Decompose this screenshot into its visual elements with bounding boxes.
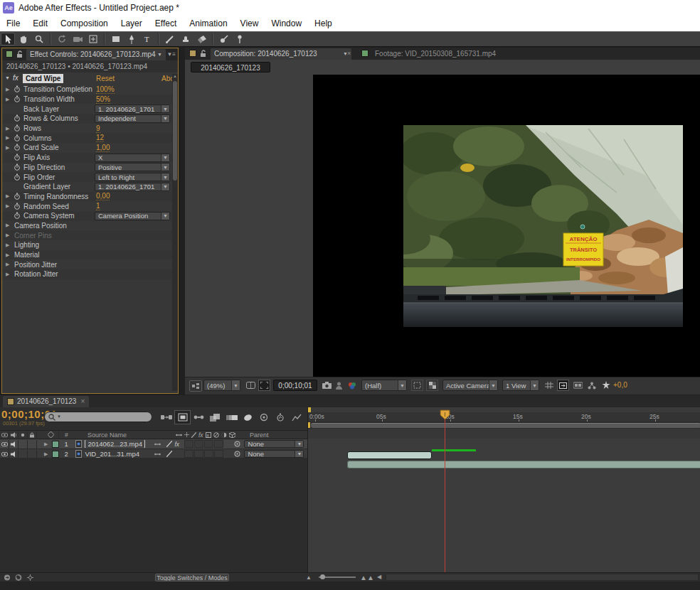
- motion-blur-switch[interactable]: [194, 450, 203, 458]
- auto-keyframe-icon[interactable]: [256, 410, 272, 424]
- frame-blend-switch[interactable]: [184, 440, 193, 448]
- composition-viewport[interactable]: ATENÇÃO TRÂNSITO INTERROMPIDO: [313, 75, 700, 377]
- 3d-switch[interactable]: [214, 440, 223, 448]
- effect-property-12[interactable]: ▶Random Seed1: [2, 201, 173, 211]
- comp-mini-flowchart-icon[interactable]: [158, 410, 174, 424]
- stopwatch-icon[interactable]: [14, 85, 21, 93]
- source-name-column-header[interactable]: Source Name: [88, 431, 173, 439]
- roi-toggle-icon[interactable]: [411, 380, 423, 391]
- property-dropdown[interactable]: X▼: [95, 154, 170, 162]
- chevron-down-icon[interactable]: ▼: [231, 380, 240, 390]
- layer-name[interactable]: 2014062...23.mp4: [85, 440, 145, 448]
- rotation-tool[interactable]: [55, 33, 69, 45]
- expander-icon[interactable]: ▶: [6, 203, 12, 209]
- stopwatch-icon[interactable]: [14, 144, 21, 151]
- effect-property-4[interactable]: ▶Rows9: [2, 124, 173, 134]
- stopwatch-icon[interactable]: [14, 193, 21, 200]
- work-area-bar[interactable]: [311, 423, 700, 428]
- property-dropdown[interactable]: Left to Right▼: [95, 173, 170, 181]
- effect-group-16[interactable]: ▶ Lighting: [2, 240, 173, 250]
- unlock-icon[interactable]: [199, 49, 208, 58]
- resolution-dropdown[interactable]: (Half)▼: [361, 380, 407, 391]
- chevron-down-icon[interactable]: ▼: [161, 213, 169, 220]
- rectangle-tool[interactable]: [109, 33, 123, 45]
- expander-icon[interactable]: ▶: [6, 272, 12, 277]
- menu-help[interactable]: Help: [308, 16, 339, 31]
- frame-blend-switch[interactable]: [184, 450, 193, 458]
- tab-footage[interactable]: Footage: VID_20150308_165731.mp4: [371, 48, 521, 60]
- chevron-down-icon[interactable]: ▼: [295, 441, 303, 447]
- effect-group-18[interactable]: ▶ Position Jitter: [2, 259, 173, 269]
- expander-icon[interactable]: ▶: [6, 252, 12, 258]
- tab-composition[interactable]: Composition: 20140626_170123 ▼: [211, 48, 351, 60]
- expander-icon[interactable]: ▶: [6, 87, 12, 92]
- effect-property-10[interactable]: Gradient Layer1. 20140626_1701▼: [2, 182, 173, 192]
- adjustment-switch[interactable]: [204, 450, 213, 458]
- motion-blur-switch[interactable]: [194, 440, 203, 448]
- solo-switch[interactable]: [18, 440, 28, 449]
- eye-icon[interactable]: [1, 452, 8, 456]
- scrollbar-up-arrow[interactable]: ▲: [173, 74, 177, 80]
- expander-icon[interactable]: ▶: [6, 135, 12, 141]
- audio-icon[interactable]: [11, 451, 16, 457]
- menu-composition[interactable]: Composition: [54, 16, 115, 31]
- channel-settings-icon[interactable]: [346, 380, 358, 390]
- property-dropdown[interactable]: 1. 20140626_1701▼: [95, 183, 170, 191]
- region-of-interest-icon[interactable]: [258, 380, 270, 391]
- motion-blur-icon[interactable]: [223, 410, 240, 424]
- chevron-down-icon[interactable]: ▼: [161, 105, 169, 112]
- work-area-start-handle[interactable]: [308, 422, 310, 428]
- effect-group-19[interactable]: ▶ Rotation Jitter: [2, 269, 173, 279]
- tab-effect-controls[interactable]: Effect Controls: 20140626_170123.mp4 ▼: [26, 49, 166, 60]
- stopwatch-icon[interactable]: [14, 203, 21, 210]
- camera-tool[interactable]: [70, 33, 85, 45]
- snapshot-camera-icon[interactable]: [321, 380, 332, 390]
- clone-stamp-tool[interactable]: [179, 33, 193, 45]
- safe-margins-icon[interactable]: [245, 380, 256, 390]
- property-value[interactable]: 1: [96, 202, 100, 210]
- hand-tool[interactable]: [16, 33, 31, 45]
- property-value[interactable]: 100%: [96, 85, 115, 94]
- expand-in-point-icon[interactable]: [3, 574, 11, 581]
- menu-view[interactable]: View: [234, 16, 265, 31]
- expander-icon[interactable]: ▶: [6, 97, 12, 102]
- stopwatch-icon[interactable]: [14, 163, 21, 171]
- pan-behind-tool[interactable]: [86, 33, 100, 45]
- comp-network-icon[interactable]: [586, 380, 597, 390]
- horizontal-scrollbar[interactable]: [386, 574, 699, 581]
- layer-expander-icon[interactable]: ▶: [44, 441, 48, 447]
- stopwatch-icon[interactable]: [14, 154, 21, 161]
- chevron-down-icon[interactable]: ▼: [161, 163, 169, 171]
- zoom-in-mountain-icon[interactable]: ▲▲: [360, 574, 374, 581]
- playhead-handle[interactable]: [440, 409, 450, 420]
- tab-close-icon[interactable]: ×: [80, 396, 85, 407]
- effect-property-8[interactable]: Flip DirectionPositive▼: [2, 163, 173, 173]
- chevron-down-icon[interactable]: ▼: [530, 380, 539, 390]
- viewer-timecode[interactable]: 0;00;10;01: [273, 380, 317, 391]
- eye-icon[interactable]: [1, 442, 8, 446]
- expand-render-icon[interactable]: [14, 574, 23, 581]
- effect-group-17[interactable]: ▶ Material: [2, 250, 173, 260]
- toggle-switches-modes-button[interactable]: Toggle Switches / Modes: [155, 574, 229, 581]
- brush-tool[interactable]: [163, 33, 177, 45]
- effect-header-row[interactable]: ▼ fx Card Wipe Reset Abo: [2, 74, 178, 84]
- adjustment-switch[interactable]: [204, 440, 213, 448]
- collapse-icon[interactable]: [184, 432, 189, 437]
- shy-switch[interactable]: [154, 452, 161, 456]
- stopwatch-icon[interactable]: [14, 212, 21, 220]
- fx-switch[interactable]: fx: [174, 441, 184, 448]
- shy-switch[interactable]: [154, 442, 161, 446]
- lock-switch[interactable]: [28, 440, 37, 449]
- draft-3d-icon[interactable]: [174, 410, 191, 424]
- chevron-down-icon[interactable]: ▼: [489, 380, 497, 390]
- parent-dropdown[interactable]: None▼: [244, 440, 304, 448]
- layer-label-chip[interactable]: [52, 451, 59, 458]
- frame-blend-icon[interactable]: 8: [206, 432, 211, 438]
- fast-previews-icon[interactable]: [572, 380, 583, 390]
- effect-expander-icon[interactable]: ▼: [5, 75, 10, 80]
- menu-effect[interactable]: Effect: [149, 16, 183, 31]
- chevron-down-icon[interactable]: ▼: [161, 154, 169, 161]
- hide-shy-layers-icon[interactable]: [191, 410, 207, 424]
- effect-reset-link[interactable]: Reset: [96, 75, 115, 82]
- effect-property-0[interactable]: ▶Transition Completion100%: [2, 85, 173, 95]
